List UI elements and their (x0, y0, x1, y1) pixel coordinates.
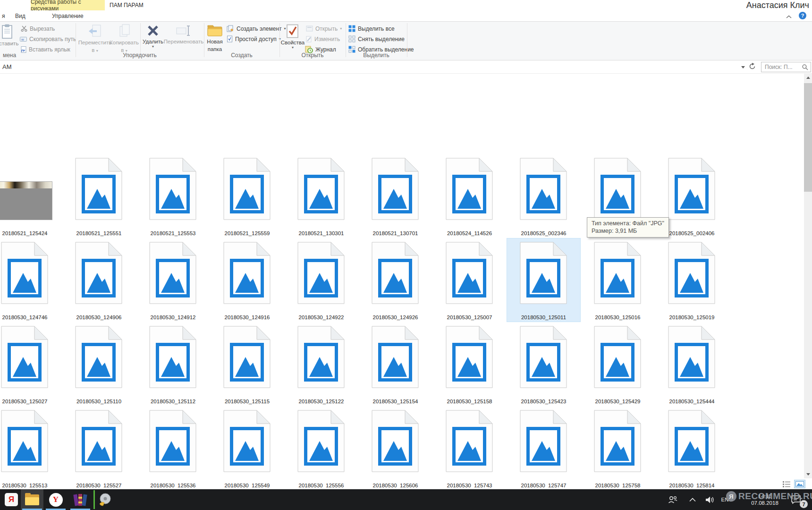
image-file-icon (223, 326, 271, 388)
vertical-scrollbar[interactable] (804, 74, 812, 478)
image-file-icon (520, 242, 567, 304)
open-icon (306, 26, 313, 32)
file-item[interactable]: 20180521_125553 (136, 154, 210, 238)
scroll-up-icon[interactable] (804, 74, 812, 82)
address-dropdown-icon[interactable] (741, 66, 745, 68)
file-item[interactable]: 20180530_124922 (284, 238, 358, 322)
file-name: 20180530_125747 (502, 483, 585, 487)
file-name: 20180525_002346 (502, 230, 585, 236)
tab-view[interactable]: Вид (10, 10, 30, 21)
properties-icon (286, 24, 299, 38)
contextual-tab-header[interactable]: Средства работы с рисунками (31, 0, 105, 10)
image-file-icon (446, 410, 493, 472)
group-label-select: Выделить (346, 52, 407, 59)
image-file-icon (149, 326, 196, 388)
scroll-down-icon[interactable] (804, 470, 812, 478)
file-item[interactable]: 20180530_125027 (0, 322, 62, 406)
clock[interactable]: 14:11 07.08.2018 (742, 489, 787, 510)
file-item[interactable]: 20180530_125549 (210, 406, 284, 487)
file-item[interactable]: 20180530_125122 (284, 322, 358, 406)
file-item[interactable]: 20180530_124746 (0, 238, 62, 322)
new-item-button[interactable]: Создать элемент▾ (227, 24, 286, 33)
move-to-icon (88, 24, 102, 38)
scrollbar-thumb[interactable] (804, 83, 812, 192)
file-item[interactable]: 20180530_125154 (358, 322, 432, 406)
refresh-icon[interactable] (749, 63, 757, 71)
file-name: 20180521_125559 (205, 230, 289, 236)
file-item[interactable]: 20180521_125551 (62, 154, 136, 238)
select-none-button[interactable]: Снять выделение (348, 34, 405, 43)
taskbar-winrar[interactable] (69, 489, 92, 510)
tab-manage[interactable]: Управление (47, 10, 88, 21)
file-item[interactable]: 20180530_125606 (358, 406, 432, 487)
file-item[interactable]: 20180530_125011 (507, 238, 581, 322)
help-icon[interactable]: ? (799, 12, 806, 19)
tray-chevron-up-icon[interactable] (685, 489, 700, 510)
copy-path-button[interactable]: w Скопировать путь (20, 34, 76, 43)
image-file-icon (520, 158, 567, 220)
file-item[interactable]: 20180524_114526 (432, 154, 507, 238)
file-item[interactable]: 20180530_124916 (210, 238, 284, 322)
title-bar: Средства работы с рисунками ПАМ ПАРАМ (0, 0, 812, 10)
file-item[interactable]: 20180530_124926 (358, 238, 432, 322)
file-item[interactable]: 20180530_125758 (581, 406, 655, 487)
file-item[interactable]: 20180530_125743 (432, 406, 507, 487)
file-name: 20180530_125122 (279, 399, 363, 404)
tooltip-size: Размер: 3,91 МБ (592, 227, 664, 235)
file-item[interactable]: 20180521_125424 (0, 154, 62, 238)
paste-shortcut-button[interactable]: Вставить ярлык (21, 45, 70, 54)
file-item[interactable]: 20180530_125444 (655, 322, 729, 406)
file-item[interactable]: 20180530_125110 (62, 322, 136, 406)
thumbnail-view-button[interactable] (794, 480, 805, 488)
edit-button[interactable]: Изменить (306, 34, 340, 43)
select-all-button[interactable]: Выделить все (348, 24, 395, 33)
file-item[interactable]: 20180530_124906 (62, 238, 136, 322)
search-input[interactable]: Поиск: П... (761, 62, 811, 72)
language-indicator[interactable]: ENG (719, 489, 736, 510)
image-file-icon (594, 158, 641, 220)
file-item[interactable]: 20180530_125019 (655, 238, 729, 322)
file-item[interactable]: 20180530_125747 (507, 406, 581, 487)
taskbar-yandex-browser[interactable]: Y (44, 489, 67, 510)
file-item[interactable]: 20180530_125513 (0, 406, 62, 487)
file-name: 20180530_125743 (428, 483, 511, 487)
image-file-icon (297, 410, 345, 472)
taskbar-file-explorer[interactable] (21, 489, 43, 510)
easy-access-icon (227, 35, 233, 42)
file-item[interactable]: 20180521_125559 (210, 154, 284, 238)
file-item[interactable]: 20180530_125429 (581, 322, 655, 406)
file-item[interactable]: 20180530_124912 (136, 238, 210, 322)
taskbar-yandex-pin[interactable]: Я (0, 489, 23, 510)
file-item[interactable]: 20180530_125007 (432, 238, 507, 322)
file-item[interactable]: 20180530_125527 (62, 406, 136, 487)
file-name: 20180530_125016 (576, 314, 660, 320)
file-item[interactable]: 20180530_125423 (507, 322, 581, 406)
file-item[interactable]: 20180521_130701 (358, 154, 432, 238)
image-file-icon (372, 326, 419, 388)
file-item[interactable]: 20180530_125016 (581, 238, 655, 322)
file-name: 20180530_124922 (279, 314, 363, 320)
easy-access-button[interactable]: Простой доступ▾ (227, 34, 281, 43)
image-file-icon (668, 158, 715, 220)
tab-share-partial[interactable]: я (0, 10, 10, 21)
file-item[interactable]: 20180521_130301 (284, 154, 358, 238)
file-item[interactable]: 20180530_125158 (432, 322, 507, 406)
details-view-button[interactable] (781, 480, 792, 488)
file-item[interactable]: 20180525_002346 (507, 154, 581, 238)
image-file-icon (520, 410, 567, 472)
open-button[interactable]: Открыть▾ (306, 24, 342, 33)
people-icon[interactable] (665, 489, 681, 510)
image-file-icon (149, 410, 196, 472)
file-item[interactable]: 20180530_125536 (136, 406, 210, 487)
taskbar-disk-tool[interactable] (93, 489, 116, 510)
file-item[interactable]: 20180530_125112 (136, 322, 210, 406)
file-name: 20180530_125429 (576, 399, 660, 404)
file-item[interactable]: 20180530_125556 (284, 406, 358, 487)
cut-button[interactable]: Вырезать (21, 24, 55, 33)
volume-icon[interactable] (702, 489, 718, 510)
address-bar[interactable]: АМ (0, 60, 812, 74)
file-item[interactable]: 20180530_125115 (210, 322, 284, 406)
file-item[interactable]: 20180530_125814 (655, 406, 729, 487)
ribbon-collapse-chevron-icon[interactable] (786, 12, 794, 19)
image-file-icon (372, 158, 419, 220)
